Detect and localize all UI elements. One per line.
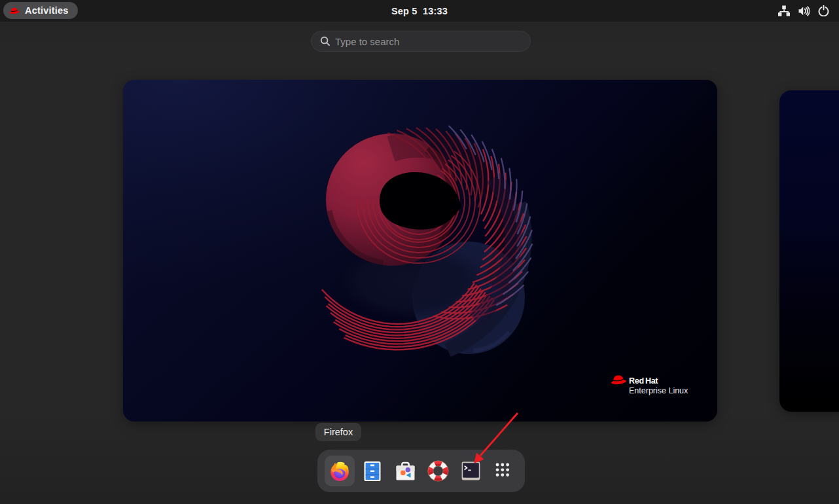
svg-text:Enterprise Linux: Enterprise Linux <box>629 386 688 395</box>
svg-text:Red Hat: Red Hat <box>629 376 658 386</box>
